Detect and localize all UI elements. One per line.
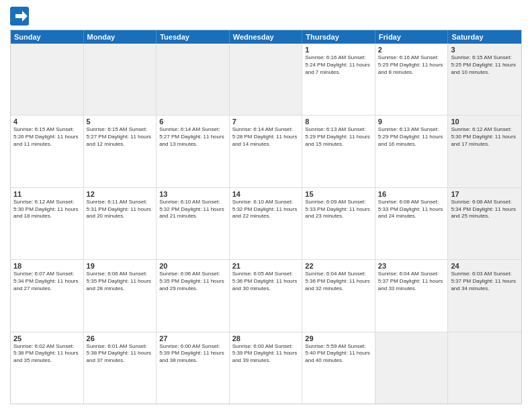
day-number: 29 — [305, 334, 372, 342]
page: SundayMondayTuesdayWednesdayThursdayFrid… — [0, 0, 532, 411]
day-number: 3 — [451, 46, 519, 54]
calendar-row-3: 18Sunrise: 6:07 AM Sunset: 5:34 PM Dayli… — [11, 260, 521, 332]
cell-info: Sunrise: 6:06 AM Sunset: 5:35 PM Dayligh… — [87, 271, 154, 292]
day-number: 12 — [87, 190, 154, 198]
calendar-body: 1Sunrise: 6:16 AM Sunset: 5:24 PM Daylig… — [11, 44, 521, 404]
cal-cell: 28Sunrise: 6:00 AM Sunset: 5:39 PM Dayli… — [230, 332, 303, 404]
cell-info: Sunrise: 6:09 AM Sunset: 5:33 PM Dayligh… — [305, 199, 372, 220]
cell-info: Sunrise: 6:12 AM Sunset: 5:30 PM Dayligh… — [451, 126, 519, 148]
cal-cell: 16Sunrise: 6:08 AM Sunset: 5:33 PM Dayli… — [375, 188, 449, 259]
day-number: 14 — [232, 190, 300, 198]
day-number: 23 — [378, 262, 445, 270]
day-number: 2 — [378, 46, 445, 54]
cell-info: Sunrise: 6:08 AM Sunset: 5:34 PM Dayligh… — [451, 199, 519, 220]
calendar: SundayMondayTuesdayWednesdayThursdayFrid… — [10, 30, 522, 404]
day-number: 24 — [451, 262, 519, 270]
cell-info: Sunrise: 6:10 AM Sunset: 5:32 PM Dayligh… — [159, 199, 226, 220]
cell-info: Sunrise: 6:00 AM Sunset: 5:39 PM Dayligh… — [159, 343, 226, 365]
day-number: 1 — [305, 46, 372, 54]
cal-cell: 20Sunrise: 6:06 AM Sunset: 5:35 PM Dayli… — [157, 260, 230, 331]
cal-cell: 19Sunrise: 6:06 AM Sunset: 5:35 PM Dayli… — [84, 260, 157, 331]
logo — [10, 7, 32, 26]
cell-info: Sunrise: 6:07 AM Sunset: 5:34 PM Dayligh… — [13, 271, 81, 292]
cell-info: Sunrise: 6:15 AM Sunset: 5:27 PM Dayligh… — [87, 126, 154, 148]
cal-cell — [230, 44, 303, 115]
cell-info: Sunrise: 6:13 AM Sunset: 5:29 PM Dayligh… — [305, 126, 372, 148]
cal-cell: 8Sunrise: 6:13 AM Sunset: 5:29 PM Daylig… — [302, 116, 375, 187]
cal-cell — [448, 332, 521, 404]
cell-info: Sunrise: 6:15 AM Sunset: 5:25 PM Dayligh… — [451, 54, 519, 76]
calendar-row-4: 25Sunrise: 6:02 AM Sunset: 5:38 PM Dayli… — [11, 332, 521, 404]
header-cell-thursday: Thursday — [302, 30, 375, 44]
day-number: 13 — [159, 190, 226, 198]
day-number: 28 — [232, 334, 300, 342]
cell-info: Sunrise: 6:12 AM Sunset: 5:30 PM Dayligh… — [13, 199, 81, 220]
header-cell-wednesday: Wednesday — [230, 30, 303, 44]
cal-cell: 21Sunrise: 6:05 AM Sunset: 5:36 PM Dayli… — [230, 260, 303, 331]
cell-info: Sunrise: 6:13 AM Sunset: 5:29 PM Dayligh… — [378, 126, 445, 148]
day-number: 10 — [451, 118, 519, 126]
cell-info: Sunrise: 6:05 AM Sunset: 5:36 PM Dayligh… — [232, 271, 300, 292]
cal-cell: 13Sunrise: 6:10 AM Sunset: 5:32 PM Dayli… — [157, 188, 230, 259]
cal-cell: 10Sunrise: 6:12 AM Sunset: 5:30 PM Dayli… — [448, 116, 521, 187]
day-number: 25 — [13, 334, 81, 342]
day-number: 18 — [13, 262, 81, 270]
cell-info: Sunrise: 6:14 AM Sunset: 5:27 PM Dayligh… — [159, 126, 226, 148]
day-number: 6 — [159, 118, 226, 126]
cal-cell: 6Sunrise: 6:14 AM Sunset: 5:27 PM Daylig… — [157, 116, 230, 187]
cal-cell — [11, 44, 84, 115]
cell-info: Sunrise: 6:08 AM Sunset: 5:33 PM Dayligh… — [378, 199, 445, 220]
cell-info: Sunrise: 6:11 AM Sunset: 5:31 PM Dayligh… — [87, 199, 154, 220]
cal-cell: 26Sunrise: 6:01 AM Sunset: 5:38 PM Dayli… — [84, 332, 157, 404]
cell-info: Sunrise: 6:04 AM Sunset: 5:36 PM Dayligh… — [305, 271, 372, 292]
header-cell-sunday: Sunday — [11, 30, 84, 44]
cell-info: Sunrise: 6:16 AM Sunset: 5:24 PM Dayligh… — [305, 54, 372, 76]
day-number: 7 — [232, 118, 300, 126]
day-number: 16 — [378, 190, 445, 198]
cal-cell: 23Sunrise: 6:04 AM Sunset: 5:37 PM Dayli… — [375, 260, 449, 331]
cal-cell — [84, 44, 157, 115]
header-cell-saturday: Saturday — [448, 30, 521, 44]
cal-cell: 2Sunrise: 6:16 AM Sunset: 5:25 PM Daylig… — [375, 44, 449, 115]
cal-cell — [375, 332, 449, 404]
day-number: 17 — [451, 190, 519, 198]
calendar-row-1: 4Sunrise: 6:15 AM Sunset: 5:26 PM Daylig… — [11, 116, 521, 187]
cell-info: Sunrise: 5:59 AM Sunset: 5:40 PM Dayligh… — [305, 343, 372, 365]
cal-cell: 15Sunrise: 6:09 AM Sunset: 5:33 PM Dayli… — [302, 188, 375, 259]
cal-cell: 17Sunrise: 6:08 AM Sunset: 5:34 PM Dayli… — [448, 188, 521, 259]
cal-cell: 4Sunrise: 6:15 AM Sunset: 5:26 PM Daylig… — [11, 116, 84, 187]
cal-cell: 25Sunrise: 6:02 AM Sunset: 5:38 PM Dayli… — [11, 332, 84, 404]
calendar-row-0: 1Sunrise: 6:16 AM Sunset: 5:24 PM Daylig… — [11, 44, 521, 116]
day-number: 22 — [305, 262, 372, 270]
cell-info: Sunrise: 6:14 AM Sunset: 5:28 PM Dayligh… — [232, 126, 300, 148]
header-cell-tuesday: Tuesday — [157, 30, 230, 44]
header-cell-monday: Monday — [84, 30, 157, 44]
day-number: 5 — [87, 118, 154, 126]
cal-cell: 18Sunrise: 6:07 AM Sunset: 5:34 PM Dayli… — [11, 260, 84, 331]
cell-info: Sunrise: 6:10 AM Sunset: 5:32 PM Dayligh… — [232, 199, 300, 220]
cal-cell: 24Sunrise: 6:03 AM Sunset: 5:37 PM Dayli… — [448, 260, 521, 331]
cell-info: Sunrise: 6:16 AM Sunset: 5:25 PM Dayligh… — [378, 54, 445, 76]
day-number: 19 — [87, 262, 154, 270]
cal-cell — [157, 44, 230, 115]
day-number: 11 — [13, 190, 81, 198]
cal-cell: 3Sunrise: 6:15 AM Sunset: 5:25 PM Daylig… — [448, 44, 521, 115]
cal-cell: 29Sunrise: 5:59 AM Sunset: 5:40 PM Dayli… — [302, 332, 375, 404]
logo-icon — [10, 7, 29, 26]
cal-cell: 14Sunrise: 6:10 AM Sunset: 5:32 PM Dayli… — [230, 188, 303, 259]
cal-cell: 1Sunrise: 6:16 AM Sunset: 5:24 PM Daylig… — [302, 44, 375, 115]
day-number: 21 — [232, 262, 300, 270]
cal-cell: 5Sunrise: 6:15 AM Sunset: 5:27 PM Daylig… — [84, 116, 157, 187]
cal-cell: 9Sunrise: 6:13 AM Sunset: 5:29 PM Daylig… — [375, 116, 449, 187]
calendar-row-2: 11Sunrise: 6:12 AM Sunset: 5:30 PM Dayli… — [11, 188, 521, 260]
cal-cell: 27Sunrise: 6:00 AM Sunset: 5:39 PM Dayli… — [157, 332, 230, 404]
cal-cell: 11Sunrise: 6:12 AM Sunset: 5:30 PM Dayli… — [11, 188, 84, 259]
day-number: 26 — [87, 334, 154, 342]
day-number: 27 — [159, 334, 226, 342]
day-number: 20 — [159, 262, 226, 270]
header-cell-friday: Friday — [375, 30, 449, 44]
day-number: 9 — [378, 118, 445, 126]
cal-cell: 22Sunrise: 6:04 AM Sunset: 5:36 PM Dayli… — [302, 260, 375, 331]
day-number: 8 — [305, 118, 372, 126]
cal-cell: 12Sunrise: 6:11 AM Sunset: 5:31 PM Dayli… — [84, 188, 157, 259]
